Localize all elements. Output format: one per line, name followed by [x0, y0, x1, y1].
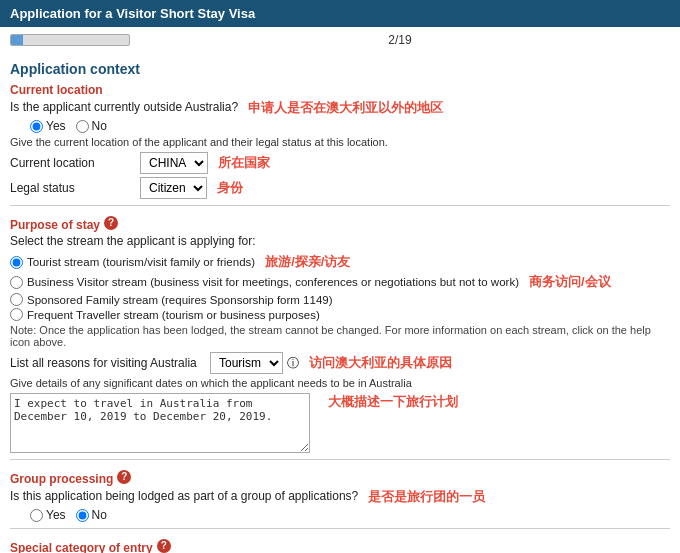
stream-tourist-annotation: 旅游/探亲/访友	[265, 253, 350, 271]
outside-australia-yes-radio[interactable]	[30, 120, 43, 133]
page-number: 2/19	[130, 33, 670, 47]
stream-sponsored-label: Sponsored Family stream (requires Sponso…	[27, 294, 333, 306]
current-location-note: Give the current location of the applica…	[10, 136, 670, 148]
legal-status-select[interactable]: Citizen	[140, 177, 207, 199]
stream-tourist: Tourist stream (tourism/visit family or …	[10, 253, 611, 271]
location-label: Current location	[10, 156, 140, 170]
current-location-annotation: 申请人是否在澳大利亚以外的地区	[248, 99, 443, 117]
current-location-question: Is the applicant currently outside Austr…	[10, 100, 238, 114]
header-title: Application for a Visitor Short Stay Vis…	[10, 6, 255, 21]
page-header: Application for a Visitor Short Stay Vis…	[0, 0, 680, 27]
stream-business-label: Business Visitor stream (business visit …	[27, 276, 519, 288]
progress-bar-fill	[11, 35, 23, 45]
status-annotation: 身份	[217, 179, 243, 197]
group-yes-radio[interactable]	[30, 509, 43, 522]
stream-options: Tourist stream (tourism/visit family or …	[10, 253, 611, 321]
stream-business: Business Visitor stream (business visit …	[10, 273, 611, 291]
stream-frequent-label: Frequent Traveller stream (tourism or bu…	[27, 309, 320, 321]
group-yes-label[interactable]: Yes	[30, 508, 66, 522]
list-reasons-annotation: 访问澳大利亚的具体原因	[309, 354, 452, 372]
no-label-current: No	[92, 119, 107, 133]
group-yes-text: Yes	[46, 508, 66, 522]
stream-sponsored-radio[interactable]	[10, 293, 23, 306]
stream-frequent: Frequent Traveller stream (tourism or bu…	[10, 308, 611, 321]
subsection-group-processing: Group processing	[10, 472, 113, 486]
group-no-label[interactable]: No	[76, 508, 107, 522]
progress-container: 2/19	[0, 27, 680, 53]
outside-australia-no-label[interactable]: No	[76, 119, 107, 133]
progress-bar	[10, 34, 130, 46]
group-annotation: 是否是旅行团的一员	[368, 488, 485, 506]
subsection-current-location: Current location	[10, 83, 670, 97]
significant-dates-label: Give details of any significant dates on…	[10, 377, 670, 389]
group-help-icon[interactable]: ?	[117, 470, 131, 484]
list-reasons-label: List all reasons for visiting Australia	[10, 356, 210, 370]
group-question: Is this application being lodged as part…	[10, 489, 358, 503]
stream-business-annotation: 商务访问/会议	[529, 273, 611, 291]
subsection-purpose-of-stay: Purpose of stay	[10, 218, 100, 232]
stream-note: Note: Once the application has been lodg…	[10, 324, 670, 348]
purpose-help-icon[interactable]: ?	[104, 216, 118, 230]
stream-tourist-label: Tourist stream (tourism/visit family or …	[27, 256, 255, 268]
location-select[interactable]: CHINA	[140, 152, 208, 174]
group-no-radio[interactable]	[76, 509, 89, 522]
location-annotation: 所在国家	[218, 154, 270, 172]
stream-sponsored: Sponsored Family stream (requires Sponso…	[10, 293, 611, 306]
stream-frequent-radio[interactable]	[10, 308, 23, 321]
details-annotation: 大概描述一下旅行计划	[328, 393, 458, 411]
group-no-text: No	[92, 508, 107, 522]
special-help-icon[interactable]: ?	[157, 539, 171, 553]
outside-australia-no-radio[interactable]	[76, 120, 89, 133]
section-title-application-context: Application context	[10, 61, 670, 77]
list-reasons-icon[interactable]: ⓘ	[287, 355, 299, 372]
purpose-question: Select the stream the applicant is apply…	[10, 234, 670, 248]
stream-business-radio[interactable]	[10, 276, 23, 289]
subsection-special-category: Special category of entry	[10, 541, 153, 553]
main-content: Application context Current location Is …	[0, 53, 680, 553]
list-reasons-select[interactable]: Tourism	[210, 352, 283, 374]
legal-status-label: Legal status	[10, 181, 140, 195]
stream-tourist-radio[interactable]	[10, 256, 23, 269]
significant-dates-textarea[interactable]: I expect to travel in Australia from Dec…	[10, 393, 310, 453]
outside-australia-yes-label[interactable]: Yes	[30, 119, 66, 133]
yes-label-current: Yes	[46, 119, 66, 133]
